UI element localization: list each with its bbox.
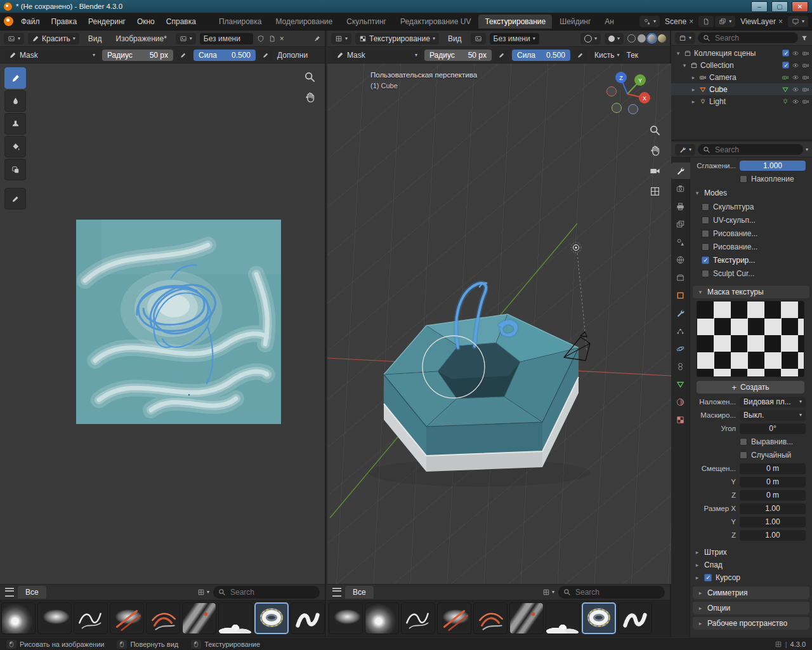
outliner-row-light[interactable]: ▸ Light <box>671 95 812 107</box>
viewlayer-selector[interactable]: ViewLayer× <box>737 16 787 27</box>
interaction-mode-dropdown[interactable]: Текстурирование▾ <box>355 33 439 44</box>
shading-wireframe-icon[interactable] <box>627 34 636 43</box>
workspace-tab-layout[interactable]: Планировка <box>213 15 268 29</box>
scene-selector[interactable]: Scene× <box>661 16 697 27</box>
workspace-tab-texture-paint[interactable]: Текстурирование <box>478 15 552 29</box>
offset-x-field[interactable]: 0 m <box>740 463 806 474</box>
texture-mask-panel-header[interactable]: ▾Маска текстуры <box>693 286 809 298</box>
mode-vertex-paint-checkbox[interactable] <box>702 230 709 237</box>
modifiers-tab[interactable] <box>671 305 690 321</box>
mode-sculpt-checkbox[interactable] <box>702 203 709 211</box>
collection-checkbox[interactable] <box>782 50 789 56</box>
maximize-button[interactable]: ▢ <box>771 1 788 12</box>
texture-mask-preview[interactable] <box>697 301 804 377</box>
overlays-button[interactable]: ▾ <box>605 33 624 44</box>
offset-y-field[interactable]: 0 m <box>740 477 806 488</box>
shelf-tab-all[interactable]: Все <box>18 586 46 599</box>
workspace-tab-animation[interactable]: Ан <box>598 15 620 29</box>
viewport-canvas[interactable]: Пользовательская перспектива (1) Cube Z … <box>327 63 671 584</box>
random-checkbox[interactable] <box>740 451 747 459</box>
mode-weight-paint-checkbox[interactable] <box>702 243 709 251</box>
texture-popover[interactable]: Тек <box>626 50 638 61</box>
outliner-search-input[interactable] <box>714 33 793 43</box>
blender-menu-icon[interactable] <box>4 17 13 26</box>
viewlayer-new-button[interactable]: ▾ <box>788 16 808 27</box>
outliner-filter-icon[interactable] <box>801 34 808 42</box>
scene-tab[interactable] <box>671 234 690 250</box>
mode-texture-paint-checkbox[interactable] <box>702 256 709 264</box>
outliner-row-scene-collection[interactable]: ▾ Коллекция сцены <box>671 47 812 59</box>
brush-thumbnail[interactable] <box>509 602 544 634</box>
image-datablock-name[interactable]: Без имени <box>200 33 253 44</box>
vp-shelf-search-input[interactable] <box>574 587 660 597</box>
accumulate-checkbox[interactable] <box>740 175 747 183</box>
size-z-field[interactable]: 1.00 <box>740 530 806 541</box>
fill-tool-button[interactable] <box>4 136 26 157</box>
scene-browse-button[interactable]: ▾ <box>639 16 660 27</box>
vp-shelf-menu-icon[interactable] <box>332 588 341 597</box>
collection-checkbox[interactable] <box>782 62 789 69</box>
size-y-field[interactable]: 1.00 <box>740 517 806 527</box>
paint-mode-dropdown[interactable]: Красить▾ <box>28 33 79 44</box>
vp-camera-view-icon[interactable] <box>649 165 661 179</box>
expander-icon[interactable]: ▸ <box>690 86 697 93</box>
vp-zoom-icon[interactable] <box>649 124 661 138</box>
zoom-icon[interactable] <box>304 71 316 85</box>
vp-shelf-display-button[interactable]: ▾ <box>542 588 554 596</box>
shading-rendered-icon[interactable] <box>658 34 666 43</box>
vp-shelf-tab-all[interactable]: Все <box>345 586 374 599</box>
physics-tab[interactable] <box>671 340 690 357</box>
brush-thumbnail[interactable] <box>37 602 72 634</box>
vp-radius-slider[interactable]: Радиус50 px <box>424 50 492 61</box>
radius-slider[interactable]: Радиус50 px <box>102 50 173 61</box>
viewport-image-browse-button[interactable] <box>471 33 486 44</box>
vp-pan-hand-icon[interactable] <box>649 145 661 159</box>
radius-pressure-icon[interactable] <box>176 50 190 61</box>
workspace-tab-shading[interactable]: Шейдинг <box>553 15 597 29</box>
brush-thumbnail[interactable] <box>473 602 508 634</box>
masking-dropdown[interactable]: Выкл.▾ <box>740 410 806 421</box>
viewport-editor-type-button[interactable]: ▾ <box>331 33 351 44</box>
workspace-panel-header[interactable]: ▸Рабочее пространство <box>693 617 809 630</box>
brush-thumbnail[interactable] <box>546 602 580 634</box>
brush-mask-dropdown[interactable]: Mask▾ <box>5 50 99 61</box>
image-canvas[interactable] <box>76 220 281 424</box>
brush-thumbnail[interactable] <box>329 602 363 634</box>
mode-uv-sculpt-checkbox[interactable] <box>702 216 709 224</box>
annotate-tool-button[interactable] <box>4 188 26 209</box>
viewport-image-datablock[interactable]: Без имени▾ <box>490 33 539 44</box>
unlink-image-icon[interactable]: × <box>280 34 284 43</box>
render-visibility-icon[interactable] <box>802 50 809 57</box>
hide-eye-icon[interactable] <box>792 50 799 57</box>
brush-thumbnail[interactable] <box>74 602 108 634</box>
viewlayer-tab[interactable] <box>671 216 690 232</box>
vp-strength-pressure-icon[interactable] <box>573 50 587 61</box>
properties-editor-type-button[interactable]: ▾ <box>675 144 695 156</box>
cursor-section-header[interactable]: ▸Курсор <box>690 571 812 584</box>
hide-eye-icon[interactable] <box>792 62 799 69</box>
menu-file[interactable]: Файл <box>16 15 45 28</box>
options-panel-header[interactable]: ▸Опции <box>693 602 809 614</box>
stabilize-slider[interactable]: 1.000 <box>740 161 806 171</box>
strength-slider[interactable]: Сила0.500 <box>193 50 256 61</box>
mapping-dropdown[interactable]: Видовая пл...▾ <box>740 397 806 408</box>
shelf-search[interactable] <box>213 586 320 599</box>
viewlayer-browse-button[interactable]: ▾ <box>715 16 735 27</box>
pin-icon[interactable] <box>313 35 321 43</box>
brush-thumbnail[interactable] <box>401 602 435 634</box>
tool-tab[interactable] <box>671 162 690 179</box>
material-tab[interactable] <box>671 394 690 410</box>
smear-tool-button[interactable] <box>4 113 26 135</box>
properties-search-input[interactable] <box>714 145 798 155</box>
properties-search[interactable] <box>698 144 803 155</box>
shelf-display-button[interactable]: ▾ <box>197 588 209 596</box>
size-x-field[interactable]: 1.00 <box>740 503 806 514</box>
brush-thumbnail[interactable] <box>182 602 216 634</box>
outliner-row-camera[interactable]: ▸ Camera <box>671 71 812 83</box>
expander-icon[interactable]: ▸ <box>690 74 697 81</box>
output-tab[interactable] <box>671 198 690 215</box>
texture-tab[interactable] <box>671 411 690 428</box>
symmetry-panel-header[interactable]: ▸Симметрия <box>693 587 809 599</box>
strength-pressure-icon[interactable] <box>259 50 273 61</box>
rake-checkbox[interactable] <box>740 438 747 446</box>
